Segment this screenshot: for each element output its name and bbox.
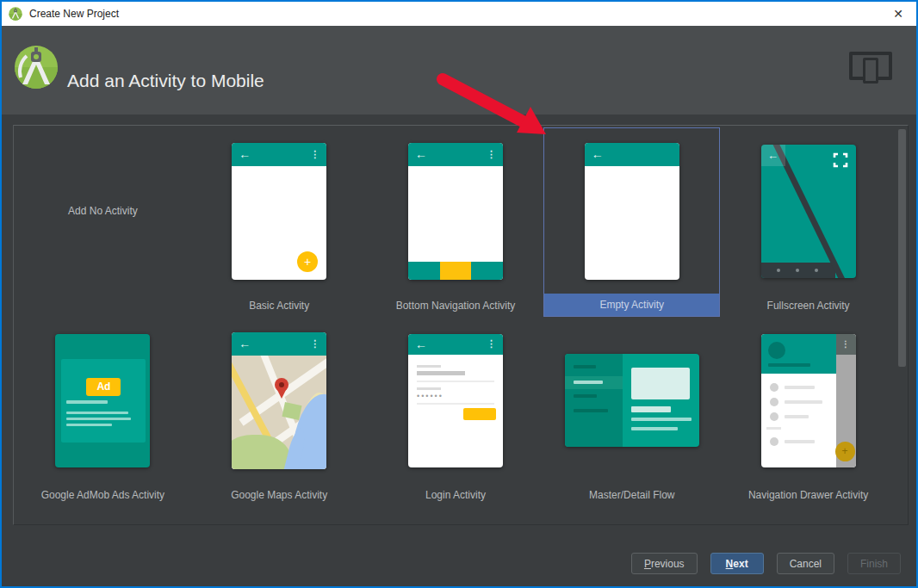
back-arrow-icon: ← <box>415 337 427 351</box>
fullscreen-expand-icon <box>833 152 848 168</box>
vertical-scrollbar[interactable] <box>898 129 906 367</box>
window-title: Create New Project <box>29 8 119 20</box>
password-dots: •••••• <box>417 392 443 400</box>
activity-cell-google-admob-ads-activity[interactable]: Ad Google AdMob Ads Activity <box>15 317 191 506</box>
back-arrow-icon: ← <box>592 147 604 161</box>
activity-label: Fullscreen Activity <box>720 294 896 317</box>
close-icon[interactable]: ✕ <box>887 5 909 22</box>
activity-grid: Add No Activity ← ⋮ + Basic Activity <box>15 127 896 506</box>
activity-cell-google-maps-activity[interactable]: ← ⋮ <box>191 317 368 506</box>
activity-cell-basic-activity[interactable]: ← ⋮ + Basic Activity <box>191 127 368 317</box>
overflow-menu-icon: ⋮ <box>836 334 856 355</box>
activity-cell-fullscreen-activity[interactable]: ← Fullscreen Activity <box>720 127 896 317</box>
android-studio-icon <box>9 7 22 21</box>
empty-activity-thumbnail: ← <box>585 143 679 280</box>
activity-cell-master-detail-flow[interactable]: Master/Detail Flow <box>543 317 720 506</box>
activity-cell-login-activity[interactable]: ← ⋮ •••••• Logi <box>368 317 544 506</box>
page-title: Add an Activity to Mobile <box>67 71 264 91</box>
next-button[interactable]: Next <box>710 553 764 574</box>
activity-label: Bottom Navigation Activity <box>368 294 544 317</box>
add-no-activity-label: Add No Activity <box>68 205 138 217</box>
map-pin-icon <box>275 378 288 392</box>
fullscreen-activity-thumbnail: ← <box>761 145 856 278</box>
back-arrow-icon: ← <box>415 147 427 161</box>
maps-thumbnail: ← ⋮ <box>232 332 326 469</box>
activity-label <box>15 294 191 317</box>
ad-banner: Ad <box>86 378 121 396</box>
back-arrow-icon: ← <box>239 337 251 350</box>
overflow-menu-icon: ⋮ <box>310 149 319 160</box>
wizard-footer: Previous Next Cancel Finish <box>631 553 901 574</box>
activity-cell-bottom-navigation-activity[interactable]: ← ⋮ Bottom Navigation Activity <box>368 127 544 317</box>
activity-label: Navigation Drawer Activity <box>720 484 896 506</box>
android-studio-logo <box>14 45 59 90</box>
back-arrow-icon: ← <box>761 145 785 166</box>
login-thumbnail: ← ⋮ •••••• <box>408 334 503 467</box>
activity-label: Master/Detail Flow <box>543 484 720 506</box>
activity-cell-add-no-activity[interactable]: Add No Activity <box>15 127 191 317</box>
previous-button[interactable]: Previous <box>631 553 698 574</box>
cancel-button[interactable]: Cancel <box>777 553 834 574</box>
admob-thumbnail: Ad <box>55 334 150 467</box>
fab-icon: + <box>297 251 318 272</box>
activity-cell-navigation-drawer-activity[interactable]: ⋮ + Navigation Drawer Activity <box>720 317 896 506</box>
master-detail-thumbnail <box>565 354 699 447</box>
activity-label: Login Activity <box>368 484 544 506</box>
login-button-placeholder <box>463 408 496 420</box>
activity-label-selected: Empty Activity <box>544 294 719 316</box>
navigation-drawer-thumbnail: ⋮ + <box>761 334 856 467</box>
back-arrow-icon: ← <box>239 147 251 161</box>
overflow-menu-icon: ⋮ <box>310 338 319 350</box>
map-preview <box>232 356 326 469</box>
wizard-header: Add an Activity to Mobile <box>2 26 916 115</box>
activity-label: Google AdMob Ads Activity <box>15 484 191 506</box>
activity-label: Google Maps Activity <box>191 484 368 506</box>
title-bar: Create New Project ✕ <box>2 2 916 26</box>
finish-button: Finish <box>847 553 901 574</box>
overflow-menu-icon: ⋮ <box>487 338 496 350</box>
bottom-nav-bar <box>408 262 503 280</box>
activity-label: Basic Activity <box>191 294 368 317</box>
create-new-project-dialog: Create New Project ✕ Add an Activity to … <box>0 0 918 588</box>
bottom-navigation-thumbnail: ← ⋮ <box>408 143 503 280</box>
activity-gallery-panel: Add No Activity ← ⋮ + Basic Activity <box>13 125 909 525</box>
dimmed-fab-icon: + <box>835 442 855 461</box>
mobile-form-factor-icon <box>849 52 892 86</box>
basic-activity-thumbnail: ← ⋮ + <box>232 143 326 280</box>
avatar <box>768 342 785 359</box>
activity-cell-empty-activity-selected[interactable]: ← Empty Activity <box>543 127 720 317</box>
overflow-menu-icon: ⋮ <box>487 149 496 160</box>
